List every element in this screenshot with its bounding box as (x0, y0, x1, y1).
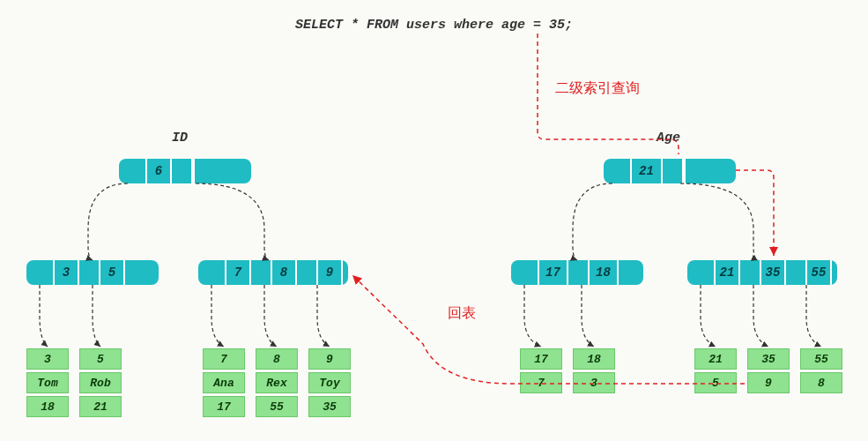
leaf-name: Rex (256, 372, 298, 393)
id-leaf: 3 Tom 18 (26, 348, 69, 417)
leaf-name: Tom (26, 372, 69, 393)
node-cell-empty (693, 260, 714, 285)
id-leaf: 7 Ana 17 (203, 348, 245, 417)
leaf-id: 7 (520, 372, 562, 393)
node-cell-empty (204, 260, 225, 285)
node-cell-empty (784, 260, 805, 285)
leaf-age: 21 (79, 396, 122, 417)
node-cell-empty (341, 260, 362, 285)
leaf-id: 8 (800, 372, 842, 393)
leaf-age: 18 (26, 396, 69, 417)
leaf-age: 18 (573, 348, 615, 370)
node-cell: 3 (53, 260, 78, 285)
sql-query: SELECT * FROM users where age = 35; (295, 18, 573, 33)
node-cell-empty (32, 260, 53, 285)
leaf-id: 5 (694, 372, 737, 393)
age-leaf: 18 3 (573, 348, 615, 393)
node-cell-empty (830, 260, 851, 285)
leaf-name: Toy (308, 372, 351, 393)
annotation-secondary-index: 二级索引查询 (555, 79, 640, 98)
node-cell-empty (193, 159, 214, 183)
age-internal-left: 17 18 (511, 260, 643, 285)
leaf-id: 5 (79, 348, 122, 370)
age-root-node: 21 (604, 159, 736, 183)
node-cell: 55 (805, 260, 830, 285)
node-cell-empty (684, 159, 705, 183)
annotation-back-to-table: 回表 (448, 304, 476, 323)
node-cell: 5 (99, 260, 123, 285)
leaf-id: 9 (747, 372, 790, 393)
node-cell-empty (249, 260, 271, 285)
age-leaf: 21 5 (694, 348, 737, 393)
age-internal-right: 21 35 55 (687, 260, 837, 285)
age-leaf: 17 7 (520, 348, 562, 393)
id-root-node: 6 (119, 159, 251, 183)
leaf-id: 3 (573, 372, 615, 393)
node-cell-empty (170, 159, 191, 183)
node-cell: 21 (714, 260, 738, 285)
id-internal-right: 7 8 9 (198, 260, 348, 285)
node-cell-empty (738, 260, 760, 285)
node-cell: 35 (760, 260, 784, 285)
leaf-age: 21 (694, 348, 737, 370)
node-cell-empty (617, 260, 638, 285)
node-cell-empty (78, 260, 99, 285)
leaf-age: 35 (308, 396, 351, 417)
leaf-age: 55 (256, 396, 298, 417)
node-cell-empty (124, 159, 145, 183)
connectors-svg (0, 0, 868, 441)
leaf-age: 17 (203, 396, 245, 417)
leaf-id: 3 (26, 348, 69, 370)
node-cell: 7 (225, 260, 249, 285)
node-cell: 9 (316, 260, 341, 285)
id-internal-left: 3 5 (26, 260, 159, 285)
node-cell: 17 (538, 260, 567, 285)
id-leaf: 5 Rob 21 (79, 348, 122, 417)
node-cell: 18 (588, 260, 617, 285)
age-tree-label: Age (657, 131, 680, 146)
leaf-age: 35 (747, 348, 790, 370)
leaf-name: Ana (203, 372, 245, 393)
age-leaf: 55 8 (800, 348, 842, 393)
id-leaf: 8 Rex 55 (256, 348, 298, 417)
node-cell-empty (295, 260, 316, 285)
node-cell-empty (609, 159, 630, 183)
leaf-age: 55 (800, 348, 842, 370)
leaf-name: Rob (79, 372, 122, 393)
leaf-id: 9 (308, 348, 351, 370)
node-cell: 6 (145, 159, 170, 183)
id-leaf: 9 Toy 35 (308, 348, 351, 417)
node-cell-empty (567, 260, 588, 285)
node-cell-empty (516, 260, 538, 285)
node-cell-empty (661, 159, 682, 183)
node-cell: 8 (271, 260, 295, 285)
leaf-id: 7 (203, 348, 245, 370)
leaf-id: 8 (256, 348, 298, 370)
node-cell: 21 (630, 159, 661, 183)
id-tree-label: ID (172, 131, 188, 146)
age-leaf: 35 9 (747, 348, 790, 393)
node-cell-empty (123, 260, 145, 285)
leaf-age: 17 (520, 348, 562, 370)
